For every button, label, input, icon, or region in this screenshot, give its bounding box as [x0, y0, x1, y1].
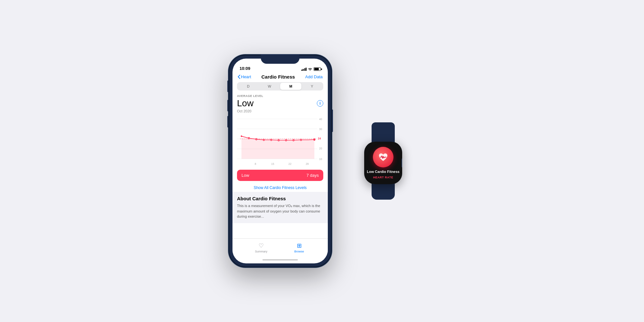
watch-case: Low Cardio Fitness HEART RATE: [364, 142, 402, 184]
svg-point-20: [313, 138, 315, 141]
avg-level-label: AVERAGE LEVEL: [237, 94, 323, 98]
svg-text:8: 8: [255, 162, 256, 166]
summary-label: Summary: [255, 250, 268, 253]
signal-icon: [301, 68, 307, 71]
apple-watch-device: Low Cardio Fitness HEART RATE: [351, 122, 415, 200]
add-data-button[interactable]: Add Data: [305, 74, 323, 79]
avg-date: Oct 2020: [237, 109, 323, 113]
svg-text:29: 29: [306, 162, 308, 166]
browse-label: Browse: [294, 250, 304, 253]
svg-text:20: 20: [319, 147, 322, 150]
segment-month[interactable]: M: [280, 83, 301, 90]
about-text: This is a measurement of your VO₂ max, w…: [237, 203, 323, 219]
svg-point-11: [241, 135, 242, 137]
watch-heart-icon: [373, 147, 393, 167]
battery-icon: [314, 67, 321, 71]
iphone-screen: 10:09: [232, 59, 328, 263]
tab-browse[interactable]: ⊞ Browse: [280, 242, 318, 253]
browse-icon: ⊞: [297, 242, 302, 249]
cardio-chart: 40 30 24 20 10: [237, 116, 323, 167]
tab-bar: ♡ Summary ⊞ Browse: [232, 238, 328, 256]
nav-bar: Heart Cardio Fitness Add Data: [232, 73, 328, 82]
svg-text:15: 15: [271, 162, 274, 166]
home-bar: [262, 259, 298, 260]
segment-year[interactable]: Y: [301, 83, 323, 90]
nav-title: Cardio Fitness: [261, 74, 295, 80]
about-title: About Cardio Fitness: [237, 196, 323, 201]
segment-day[interactable]: D: [238, 83, 259, 90]
watch-title: Low Cardio Fitness: [367, 169, 399, 174]
tab-summary[interactable]: ♡ Summary: [242, 242, 280, 253]
svg-text:24: 24: [318, 137, 321, 140]
iphone-notch: [261, 55, 299, 64]
segment-week[interactable]: W: [259, 83, 280, 90]
watch-screen: Low Cardio Fitness HEART RATE: [364, 142, 402, 184]
info-button[interactable]: i: [317, 100, 323, 107]
band-label: Low: [242, 173, 249, 178]
home-indicator: [232, 256, 328, 263]
watch-subtitle: HEART RATE: [373, 176, 393, 179]
scene: 10:09: [229, 55, 415, 267]
iphone-device: 10:09: [229, 55, 332, 267]
svg-text:40: 40: [319, 118, 322, 121]
watch-crown: [402, 158, 402, 167]
chart-container: 40 30 24 20 10: [237, 116, 323, 167]
content-area: D W M Y AVERAGE LEVEL Low i Oct 2020: [232, 82, 328, 238]
nav-back-button[interactable]: Heart: [238, 74, 251, 79]
status-time: 10:09: [240, 66, 250, 71]
show-all-link[interactable]: Show All Cardio Fitness Levels: [237, 184, 323, 192]
wifi-icon: [308, 68, 312, 71]
segment-control[interactable]: D W M Y: [237, 82, 323, 90]
about-section: About Cardio Fitness This is a measureme…: [232, 192, 328, 223]
svg-text:30: 30: [319, 128, 322, 131]
summary-icon: ♡: [259, 242, 264, 249]
status-icons: [301, 67, 321, 71]
fitness-band[interactable]: Low 7 days: [237, 170, 323, 181]
svg-text:22: 22: [289, 162, 291, 166]
avg-value-row: Low i: [237, 98, 323, 109]
svg-text:10: 10: [319, 157, 322, 161]
heart-svg: [377, 151, 389, 163]
avg-value: Low: [237, 98, 253, 109]
band-days: 7 days: [307, 173, 319, 178]
